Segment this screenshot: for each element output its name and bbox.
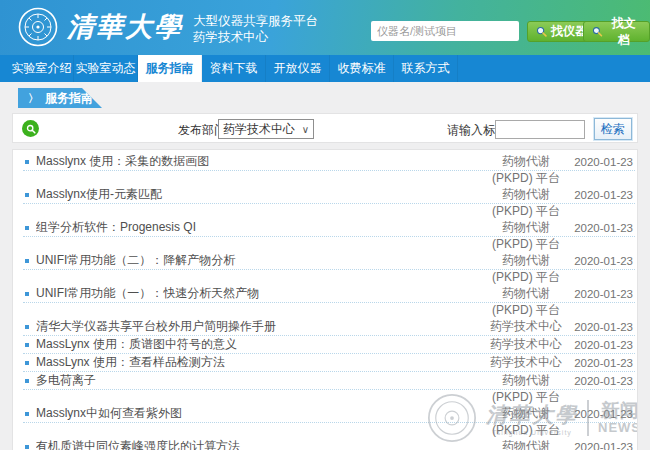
nav-tab[interactable]: 实验室介绍 bbox=[10, 55, 74, 82]
find-document-button[interactable]: 找文档 bbox=[583, 21, 650, 42]
nav-tab[interactable]: 收费标准 bbox=[330, 55, 394, 82]
document-department: 药学技术中心 bbox=[481, 354, 571, 371]
blue-square-bullet-icon bbox=[25, 292, 29, 296]
title-search-input[interactable] bbox=[495, 120, 585, 139]
blue-square-bullet-icon bbox=[25, 343, 29, 347]
list-item: MassLynx 使用：质谱图中符号的意义 药学技术中心 2020-01-23 bbox=[23, 336, 635, 354]
document-department: 药学技术中心 bbox=[481, 318, 571, 335]
document-department-line2: (PKPD) 平台 bbox=[481, 170, 571, 187]
document-title-link[interactable]: Masslynx中如何查看紫外图 bbox=[36, 405, 481, 422]
blue-square-bullet-icon bbox=[25, 412, 29, 416]
find-document-label: 找文档 bbox=[607, 15, 641, 49]
list-item-main-line[interactable]: Masslynx 使用：采集的数据画图 药物代谢 2020-01-23 bbox=[23, 153, 635, 171]
center-title: 药学技术中心 bbox=[193, 29, 318, 45]
list-item-main-line[interactable]: Masslynx使用-元素匹配 药物代谢 2020-01-23 bbox=[23, 186, 635, 204]
nav-tab[interactable]: 实验室动态 bbox=[74, 55, 138, 82]
tsinghua-seal-icon bbox=[18, 7, 58, 47]
document-department: 药物代谢 bbox=[481, 438, 571, 450]
platform-title: 大型仪器共享服务平台 bbox=[193, 13, 318, 29]
document-date: 2020-01-23 bbox=[571, 255, 635, 267]
list-item: UNIFI常用功能（二）：降解产物分析 药物代谢 2020-01-23 (PKP… bbox=[23, 252, 635, 285]
document-date: 2020-01-23 bbox=[571, 222, 635, 234]
document-department: 药学技术中心 bbox=[481, 336, 571, 353]
document-title-link[interactable]: 组学分析软件：Progenesis QI bbox=[36, 219, 481, 236]
document-department: 药物代谢 bbox=[481, 153, 571, 170]
blue-square-bullet-icon bbox=[25, 160, 29, 164]
list-item-main-line[interactable]: MassLynx 使用：质谱图中符号的意义 药学技术中心 2020-01-23 bbox=[23, 336, 635, 354]
department-select[interactable]: 药学技术中心 ∨ bbox=[218, 119, 314, 139]
list-item-main-line[interactable]: Masslynx中如何查看紫外图 药物代谢 2020-01-23 bbox=[23, 405, 635, 423]
department-select-value: 药学技术中心 bbox=[223, 121, 302, 138]
list-item: MassLynx 使用：查看样品检测方法 药学技术中心 2020-01-23 bbox=[23, 354, 635, 372]
document-title-link[interactable]: UNIFI常用功能（一）：快速分析天然产物 bbox=[36, 285, 481, 302]
blue-square-bullet-icon bbox=[25, 193, 29, 197]
breadcrumb-label: 服务指南 bbox=[45, 91, 93, 105]
blue-square-bullet-icon bbox=[25, 379, 29, 383]
document-title-link[interactable]: 有机质谱中同位素峰强度比的计算方法 bbox=[36, 438, 481, 450]
list-item-main-line[interactable]: 多电荷离子 药物代谢 2020-01-23 bbox=[23, 372, 635, 390]
document-title-link[interactable]: UNIFI常用功能（二）：降解产物分析 bbox=[36, 252, 481, 269]
list-item-main-line[interactable]: 有机质谱中同位素峰强度比的计算方法 药物代谢 2020-01-23 bbox=[23, 438, 635, 450]
document-department: 药物代谢 bbox=[481, 186, 571, 203]
guide-list: Masslynx 使用：采集的数据画图 药物代谢 2020-01-23 (PKP… bbox=[12, 149, 638, 450]
search-submit-button[interactable]: 检索 bbox=[594, 118, 632, 140]
list-item: Masslynx 使用：采集的数据画图 药物代谢 2020-01-23 (PKP… bbox=[23, 153, 635, 186]
document-date: 2020-01-23 bbox=[571, 321, 635, 333]
document-title-link[interactable]: MassLynx 使用：查看样品检测方法 bbox=[36, 354, 481, 371]
document-title-link[interactable]: 多电荷离子 bbox=[36, 372, 481, 389]
chevron-right-icon: 〉 bbox=[28, 92, 39, 104]
document-department: 药物代谢 bbox=[481, 405, 571, 422]
list-item-department-overflow: (PKPD) 平台 bbox=[23, 171, 635, 186]
blue-square-bullet-icon bbox=[25, 259, 29, 263]
nav-tab[interactable]: 资料下载 bbox=[202, 55, 266, 82]
magnifier-icon bbox=[592, 26, 603, 37]
list-item-department-overflow: (PKPD) 平台 bbox=[23, 390, 635, 405]
document-department: 药物代谢 bbox=[481, 219, 571, 236]
nav-tab[interactable]: 开放仪器 bbox=[266, 55, 330, 82]
university-name: 清華大學 bbox=[67, 9, 183, 45]
document-date: 2020-01-23 bbox=[571, 189, 635, 201]
list-item-department-overflow: (PKPD) 平台 bbox=[23, 270, 635, 285]
guide-list-rows: Masslynx 使用：采集的数据画图 药物代谢 2020-01-23 (PKP… bbox=[23, 153, 635, 450]
main-nav: 实验室介绍 实验室动态 服务指南 资料下载 开放仪器 收费标准 联系方式 bbox=[0, 55, 650, 82]
blue-square-bullet-icon bbox=[25, 361, 29, 365]
header-search-input[interactable] bbox=[371, 21, 519, 41]
list-item-main-line[interactable]: UNIFI常用功能（一）：快速分析天然产物 药物代谢 2020-01-23 bbox=[23, 285, 635, 303]
site-subtitle: 大型仪器共享服务平台 药学技术中心 bbox=[193, 10, 318, 45]
list-item-main-line[interactable]: MassLynx 使用：查看样品检测方法 药学技术中心 2020-01-23 bbox=[23, 354, 635, 372]
list-item: Masslynx中如何查看紫外图 药物代谢 2020-01-23 (PKPD) … bbox=[23, 405, 635, 438]
nav-tab[interactable]: 联系方式 bbox=[394, 55, 458, 82]
document-title-link[interactable]: 清华大学仪器共享平台校外用户简明操作手册 bbox=[36, 318, 481, 335]
nav-tab[interactable]: 服务指南 bbox=[138, 55, 202, 82]
document-date: 2020-01-23 bbox=[571, 156, 635, 168]
document-department-line2: (PKPD) 平台 bbox=[481, 389, 571, 406]
magnifier-icon bbox=[26, 124, 36, 134]
list-item: 多电荷离子 药物代谢 2020-01-23 (PKPD) 平台 bbox=[23, 372, 635, 405]
list-item-main-line[interactable]: 组学分析软件：Progenesis QI 药物代谢 2020-01-23 bbox=[23, 219, 635, 237]
chevron-down-icon: ∨ bbox=[302, 124, 309, 135]
list-item-department-overflow: (PKPD) 平台 bbox=[23, 423, 635, 438]
breadcrumb: 〉服务指南 bbox=[18, 88, 102, 108]
list-item-department-overflow: (PKPD) 平台 bbox=[23, 237, 635, 252]
document-date: 2020-01-23 bbox=[571, 339, 635, 351]
list-item-department-overflow: (PKPD) 平台 bbox=[23, 303, 635, 318]
document-date: 2020-01-23 bbox=[571, 357, 635, 369]
document-department-line2: (PKPD) 平台 bbox=[481, 302, 571, 319]
list-item-main-line[interactable]: UNIFI常用功能（二）：降解产物分析 药物代谢 2020-01-23 bbox=[23, 252, 635, 270]
document-date: 2020-01-23 bbox=[571, 288, 635, 300]
document-title-link[interactable]: Masslynx使用-元素匹配 bbox=[36, 186, 481, 203]
document-department: 药物代谢 bbox=[481, 285, 571, 302]
list-item-main-line[interactable]: 清华大学仪器共享平台校外用户简明操作手册 药学技术中心 2020-01-23 bbox=[23, 318, 635, 336]
document-department-line2: (PKPD) 平台 bbox=[481, 203, 571, 220]
document-date: 2020-01-23 bbox=[571, 375, 635, 387]
document-department: 药物代谢 bbox=[481, 372, 571, 389]
list-item-department-overflow: (PKPD) 平台 bbox=[23, 204, 635, 219]
document-title-link[interactable]: MassLynx 使用：质谱图中符号的意义 bbox=[36, 336, 481, 353]
list-item: 有机质谱中同位素峰强度比的计算方法 药物代谢 2020-01-23 (PKPD)… bbox=[23, 438, 635, 450]
find-instrument-label: 找仪器 bbox=[551, 23, 587, 40]
filter-search-button[interactable] bbox=[22, 120, 39, 137]
list-item: 清华大学仪器共享平台校外用户简明操作手册 药学技术中心 2020-01-23 bbox=[23, 318, 635, 336]
document-department-line2: (PKPD) 平台 bbox=[481, 422, 571, 439]
document-title-link[interactable]: Masslynx 使用：采集的数据画图 bbox=[36, 153, 481, 170]
document-department: 药物代谢 bbox=[481, 252, 571, 269]
